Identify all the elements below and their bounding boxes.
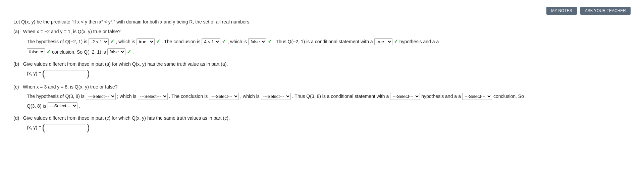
part-c-conclusion-pre: . The conclusion is [169, 92, 208, 101]
part-c-line2-pre: Q(3, 8) is [27, 103, 46, 109]
part-a-hyp-and: hypothesis and a [399, 37, 435, 46]
part-c-hyp-pre: The hypothesis of Q(3, 8) is [27, 92, 85, 101]
part-b-close-paren: ) [87, 69, 90, 78]
part-b-open-paren: ( [42, 69, 45, 78]
part-c-dot: . [79, 103, 80, 109]
part-b: (b) Give values different from those in … [13, 61, 631, 78]
part-d-question: Give values different from those in part… [23, 115, 230, 121]
part-d: (d) Give values different from those in … [13, 115, 631, 132]
part-c: (c) When x = 3 and y = 8, is Q(x, y) tru… [13, 84, 631, 109]
part-a-select-true-hyp[interactable]: true false [374, 38, 392, 45]
part-a-select-which-is[interactable]: true false [137, 38, 155, 45]
part-c-hyp-and: hypothesis and a [421, 92, 457, 101]
part-a-hyp-pre: The hypothesis of Q(−2, 1) is [27, 37, 87, 46]
part-a-question: When x = −2 and y = 1, is Q(x, y) true o… [23, 29, 121, 34]
part-a-letter: (a) [13, 29, 19, 34]
part-a-which-is-1: , which is [116, 37, 135, 46]
my-notes-button[interactable]: MY NOTES [546, 7, 577, 15]
part-c-select-true-hyp[interactable]: ---Select--- true false [390, 93, 420, 100]
part-c-line2: Q(3, 8) is ---Select--- true false . [27, 102, 631, 109]
main-problem-text: Let Q(x, y) be the predicate "If x < y t… [13, 18, 631, 25]
part-c-select-conclusion[interactable]: ---Select--- 9 < 64 9 > 64 [209, 93, 239, 100]
part-c-select-hypothesis[interactable]: ---Select--- 3 < 8 3 > 8 [86, 93, 116, 100]
ask-teacher-button[interactable]: ASK YOUR TEACHER [580, 7, 631, 15]
part-b-xy-row: (x, y) = ( ) [27, 69, 631, 78]
part-a-check4: ✓ [268, 36, 272, 47]
part-a-thus-pre: . Thus Q(−2, 1) is a conditional stateme… [273, 37, 373, 46]
part-c-question: When x = 3 and y = 8, is Q(x, y) true or… [23, 84, 117, 90]
part-b-xy-label: (x, y) = [27, 71, 41, 76]
part-b-letter: (b) [13, 61, 19, 67]
part-c-select-conclusion-type[interactable]: ---Select--- true false [462, 93, 492, 100]
part-b-label: (b) Give values different from those in … [13, 61, 631, 67]
part-a-line2: false true ✓ conclusion. So Q(−2, 1) is … [27, 48, 631, 55]
part-a-select-qxy-false[interactable]: false true [107, 48, 125, 55]
part-b-question: Give values different from those in part… [23, 61, 228, 67]
part-c-thus-pre: . Thus Q(3, 8) is a conditional statemen… [292, 92, 389, 101]
part-d-xy-row: (x, y) = ( ) [27, 123, 631, 132]
part-c-letter: (c) [13, 84, 19, 90]
part-c-label: (c) When x = 3 and y = 8, is Q(x, y) tru… [13, 84, 631, 90]
part-a-conclusion-pre: . The conclusion is [162, 37, 201, 46]
part-a-dot: . [132, 49, 134, 55]
part-a-conclusion-so: conclusion. So Q(−2, 1) is [52, 49, 106, 55]
part-a-check5: ✓ [394, 36, 398, 47]
part-c-select-which-is-2[interactable]: ---Select--- true false [261, 93, 291, 100]
part-a-check6: ✓ [46, 49, 51, 55]
part-c-line1: The hypothesis of Q(3, 8) is ---Select--… [27, 92, 631, 101]
part-d-label: (d) Give values different from those in … [13, 115, 631, 121]
part-a-label: (a) When x = −2 and y = 1, is Q(x, y) tr… [13, 29, 631, 34]
part-c-select-which-is[interactable]: ---Select--- true false [138, 93, 168, 100]
part-b-xy-input[interactable] [46, 70, 86, 77]
part-c-select-qxy[interactable]: ---Select--- true false [48, 102, 77, 109]
part-c-a: a [458, 92, 461, 101]
part-c-content: The hypothesis of Q(3, 8) is ---Select--… [27, 92, 631, 109]
part-d-xy-label: (x, y) = [27, 125, 41, 130]
part-c-which-is-2: , which is [240, 92, 260, 101]
part-d-xy-input[interactable] [46, 124, 86, 131]
part-a-select-false[interactable]: false true [27, 48, 45, 55]
part-a-select-conclusion[interactable]: 4 < 1 4 > 1 other [202, 38, 220, 45]
part-a-check3: ✓ [222, 36, 226, 47]
part-c-conclusion-so: conclusion. So [493, 92, 524, 101]
part-a-a: a [436, 37, 439, 46]
part-d-content: (x, y) = ( ) [27, 123, 631, 132]
part-a-check7: ✓ [127, 49, 131, 55]
part-d-close-paren: ) [87, 123, 90, 132]
part-b-content: (x, y) = ( ) [27, 69, 631, 78]
part-a-check2: ✓ [156, 36, 160, 47]
part-a-select-which-is-2[interactable]: false true [248, 38, 266, 45]
part-d-open-paren: ( [42, 123, 45, 132]
part-d-letter: (d) [13, 115, 19, 121]
part-c-which-is-1: ; which is [117, 92, 137, 101]
part-a-which-is-2: , which is [227, 37, 247, 46]
part-a: (a) When x = −2 and y = 1, is Q(x, y) tr… [13, 29, 631, 55]
top-bar: MY NOTES ASK YOUR TEACHER [13, 7, 631, 15]
part-a-content: The hypothesis of Q(−2, 1) is -2 < 1 -2 … [27, 36, 631, 55]
part-a-check1: ✓ [110, 36, 114, 47]
part-a-line1: The hypothesis of Q(−2, 1) is -2 < 1 -2 … [27, 36, 631, 47]
part-a-select-hypothesis[interactable]: -2 < 1 -2 > 1 other [89, 38, 109, 45]
